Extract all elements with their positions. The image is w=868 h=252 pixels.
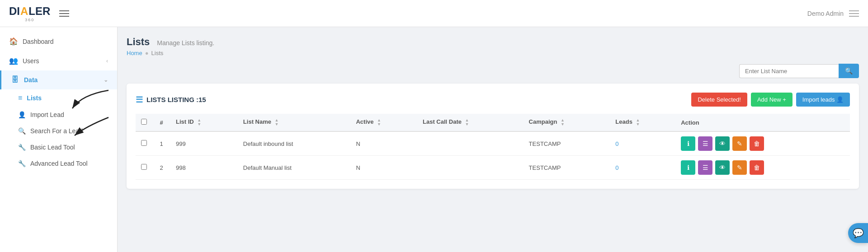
delete-selected-button[interactable]: Delete Selected! [691,93,747,107]
lists-icon: ≡ [18,94,22,102]
advanced-lead-icon: 🔧 [18,160,26,167]
sort-list-name[interactable]: ▲▼ [275,118,279,126]
sidebar-item-import-lead[interactable]: 👤 Import Lead [0,107,117,123]
row-check [136,131,152,156]
sidebar-wrapper: 🏠 Dashboard 👥 Users ‹ 🗄 Data ⌄ ≡ Lists 👤… [0,27,118,252]
col-check [136,114,152,131]
row-active: N [350,131,417,156]
topbar-menu-icon[interactable] [849,10,859,17]
breadcrumb-home[interactable]: Home [127,50,142,56]
page-header: Lists Manage Lists listing. Home ● Lists [127,36,859,56]
action-list-button[interactable]: ☰ [698,136,712,151]
sidebar-item-lists[interactable]: ≡ Lists [0,89,117,107]
logo-a: A [20,5,28,18]
row-actions: ℹ ☰ 👁 ✎ 🗑 [675,131,850,156]
action-view-button[interactable]: 👁 [715,160,730,175]
col-num: # [152,114,170,131]
select-all-checkbox[interactable] [141,119,147,125]
topbar: DI A LER 360 Demo Admin [0,0,868,27]
data-icon: 🗄 [10,76,19,84]
sidebar-item-users[interactable]: 👥 Users ‹ [0,51,117,70]
lists-card: ☰ LISTS LISTING :15 Delete Selected! Add… [127,84,859,189]
action-list-button[interactable]: ☰ [698,160,712,175]
sort-last-call-date[interactable]: ▲▼ [465,118,469,126]
col-last-call-date: Last Call Date ▲▼ [417,114,524,131]
sidebar-item-search-lead[interactable]: 🔍 Search For a Lead [0,123,117,139]
row-active: N [350,156,417,180]
row-list-name: Default Manual list [238,156,351,180]
sidebar-item-advanced-lead[interactable]: 🔧 Advanced Lead Tool [0,155,117,172]
action-view-button[interactable]: 👁 [715,136,730,151]
col-list-id: List ID ▲▼ [170,114,238,131]
row-actions: ℹ ☰ 👁 ✎ 🗑 [675,156,850,180]
sidebar-item-label-dashboard: Dashboard [23,38,54,45]
users-icon: 👥 [9,56,18,65]
sidebar-sub-label-lists: Lists [27,94,42,102]
col-leads: Leads ▲▼ [610,114,675,131]
import-lead-icon: 👤 [18,111,26,118]
sidebar-sub-label-import: Import Lead [30,111,64,118]
action-delete-button[interactable]: 🗑 [750,136,764,151]
sidebar-item-dashboard[interactable]: 🏠 Dashboard [0,32,117,51]
sort-active[interactable]: ▲▼ [377,118,381,126]
home-icon: 🏠 [9,37,18,46]
list-icon: ☰ [136,95,143,105]
row-campaign: TESTCAMP [524,131,610,156]
table-header: # List ID ▲▼ List Name ▲▼ Active ▲▼ [136,114,850,131]
topbar-right: Demo Admin [807,10,859,17]
sort-leads[interactable]: ▲▼ [636,118,640,126]
sidebar-sub-label-search: Search For a Lead [30,127,83,135]
search-input[interactable] [739,64,839,78]
row-campaign: TESTCAMP [524,156,610,180]
sidebar-sub-label-basic: Basic Lead Tool [30,144,75,151]
table-row: 1 999 Default inbound list N TESTCAMP 0 … [136,131,850,156]
row-checkbox[interactable] [141,140,147,146]
table-row: 2 998 Default Manual list N TESTCAMP 0 ℹ… [136,156,850,180]
lists-table: # List ID ▲▼ List Name ▲▼ Active ▲▼ [136,114,850,180]
breadcrumb-current: Lists [151,50,164,56]
action-edit-button[interactable]: ✎ [732,136,747,151]
row-list-name: Default inbound list [238,131,351,156]
sidebar-item-label-users: Users [23,57,39,65]
admin-name-label: Demo Admin [807,10,844,17]
row-check [136,156,152,180]
search-button[interactable]: 🔍 [839,64,859,78]
sort-list-id[interactable]: ▲▼ [197,118,201,126]
app-layout: 🏠 Dashboard 👥 Users ‹ 🗄 Data ⌄ ≡ Lists 👤… [0,27,868,252]
search-lead-icon: 🔍 [18,127,26,135]
topbar-left: DI A LER 360 [9,5,71,22]
sidebar-item-data[interactable]: 🗄 Data ⌄ [0,70,117,89]
action-info-button[interactable]: ℹ [681,160,695,175]
add-new-button[interactable]: Add New + [751,93,793,107]
main-content: Lists Manage Lists listing. Home ● Lists… [118,27,868,252]
sidebar: 🏠 Dashboard 👥 Users ‹ 🗄 Data ⌄ ≡ Lists 👤… [0,27,118,252]
row-num: 2 [152,156,170,180]
support-fab[interactable]: 💬 [848,223,868,243]
sidebar-toggle[interactable] [57,9,71,19]
sort-campaign[interactable]: ▲▼ [561,118,565,126]
action-info-button[interactable]: ℹ [681,136,695,151]
import-leads-button[interactable]: Import leads 👤 [796,93,850,107]
sidebar-sub-label-advanced: Advanced Lead Tool [30,160,88,167]
page-title: Lists [127,36,150,48]
card-actions: Delete Selected! Add New + Import leads … [691,93,850,107]
col-active: Active ▲▼ [350,114,417,131]
row-num: 1 [152,131,170,156]
breadcrumb-sep: ● [145,50,149,56]
sidebar-item-basic-lead[interactable]: 🔧 Basic Lead Tool [0,139,117,155]
basic-lead-icon: 🔧 [18,144,26,151]
action-edit-button[interactable]: ✎ [732,160,747,175]
row-checkbox[interactable] [141,164,147,170]
row-list-id: 999 [170,131,238,156]
row-list-id: 998 [170,156,238,180]
logo-ler: LER [28,5,50,18]
chevron-right-icon: ‹ [106,58,108,64]
breadcrumb: Home ● Lists [127,50,859,56]
card-title-text: LISTS LISTING :15 [146,96,206,103]
col-campaign: Campaign ▲▼ [524,114,610,131]
card-header: ☰ LISTS LISTING :15 Delete Selected! Add… [136,93,850,107]
logo-di: DI [9,5,20,18]
action-delete-button[interactable]: 🗑 [750,160,764,175]
logo-sub: 360 [25,18,34,22]
col-list-name: List Name ▲▼ [238,114,351,131]
